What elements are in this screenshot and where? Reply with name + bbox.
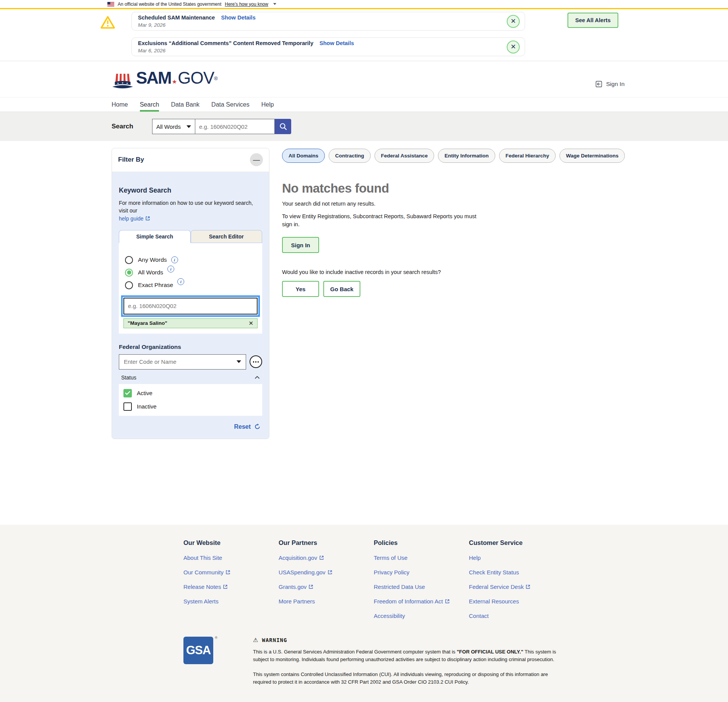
footer-link-accessibility[interactable]: Accessibility [374,613,469,619]
brand-sam: SAM [136,70,171,86]
domain-tab-contracting[interactable]: Contracting [329,149,371,163]
alert-title: Scheduled SAM Maintenance [138,15,215,21]
footer-link-our-community[interactable]: Our Community [183,569,279,576]
alert-show-details-link[interactable]: Show Details [221,15,255,21]
checkbox-inactive[interactable] [123,402,132,411]
footer-column-our-website: Our Website About This Site Our Communit… [183,539,279,619]
see-all-alerts-button[interactable]: See All Alerts [567,13,618,28]
reset-filters-button[interactable]: Reset [119,423,262,430]
domain-tab-wage-determinations[interactable]: Wage Determinations [559,149,625,163]
sign-in-link[interactable]: Sign In [595,80,624,88]
footer-link-contact[interactable]: Contact [469,613,564,619]
footer-link-system-alerts[interactable]: System Alerts [183,598,279,605]
tab-simple-search[interactable]: Simple Search [119,230,191,243]
filter-by-title: Filter By [118,156,144,164]
footer-link-more-partners[interactable]: More Partners [279,598,374,605]
main-content: Filter By — Keyword Search For more info… [0,141,728,525]
footer-column-customer-service: Customer Service Help Check Entity Statu… [469,539,564,619]
domain-tab-entity-information[interactable]: Entity Information [438,149,495,163]
footer-link-external-resources[interactable]: External Resources [469,598,564,605]
footer-link-release-notes[interactable]: Release Notes [183,584,279,590]
footer-link-help[interactable]: Help [469,554,564,561]
gov-banner: An official website of the United States… [0,0,728,9]
reset-label: Reset [234,423,251,430]
tab-search-editor[interactable]: Search Editor [191,230,263,243]
footer-link-usaspending-gov[interactable]: USASpending.gov [279,569,374,576]
footer-column-heading: Our Partners [279,539,374,546]
warning-title: WARNING [262,637,287,643]
footer-link-about-this-site[interactable]: About This Site [183,554,279,561]
search-button[interactable] [275,119,291,134]
yes-button[interactable]: Yes [282,281,319,297]
checkmark-icon [125,391,130,395]
keyword-info-text: For more information on how to use our k… [119,200,253,214]
domain-tabs: All Domains Contracting Federal Assistan… [282,149,534,163]
brand-star-icon: ★ [172,73,177,90]
radio-all-words-label: All Words [138,269,163,276]
chip-remove-icon[interactable]: ✕ [248,320,253,327]
domain-tab-federal-assistance[interactable]: Federal Assistance [375,149,435,163]
chevron-up-icon[interactable] [255,376,260,379]
sam-gov-logo[interactable]: ★★★ SAM★GOV® [112,70,218,90]
warning-triangle-icon [100,15,115,30]
collapse-filters-button[interactable]: — [250,153,263,166]
login-icon [595,80,603,88]
checkbox-active-label: Active [137,390,152,396]
federal-org-select[interactable]: Enter Code or Name [119,354,246,370]
brand-gov: GOV [178,70,214,86]
footer-link-check-entity-status[interactable]: Check Entity Status [469,569,564,576]
footer-link-federal-service-desk[interactable]: Federal Service Desk [469,584,564,590]
info-icon[interactable]: i [171,256,178,263]
sign-in-button[interactable]: Sign In [282,237,319,253]
filter-panel: Filter By — Keyword Search For more info… [112,148,269,439]
status-options: Active Inactive [119,384,262,416]
footer-link-acquisition-gov[interactable]: Acquisition.gov [279,554,374,561]
gsa-registered-mark: ® [215,636,217,640]
nav-item-search[interactable]: Search [140,97,159,112]
search-mode-select[interactable]: All Words [152,119,195,134]
nav-item-data-services[interactable]: Data Services [211,97,250,112]
warning-paragraph-2: This system contains Controlled Unclassi… [253,671,559,686]
alert-show-details-link[interactable]: Show Details [319,40,354,46]
go-back-button[interactable]: Go Back [323,281,360,297]
alert-item: Exclusions “Additional Comments” Content… [131,37,525,56]
alerts-section: Scheduled SAM Maintenance Show Details M… [0,9,728,61]
external-link-icon [319,555,324,560]
help-guide-link[interactable]: help guide [119,216,150,222]
sign-in-required-message: To view Entity Registrations, Subcontrac… [282,212,477,229]
domain-tab-federal-hierarchy[interactable]: Federal Hierarchy [499,149,556,163]
domain-tab-all-domains[interactable]: All Domains [282,149,325,163]
footer-link-terms-of-use[interactable]: Terms of Use [374,554,469,561]
radio-exact-phrase[interactable] [125,281,133,289]
footer-link-grants-gov[interactable]: Grants.gov [279,584,374,590]
nav-item-data-bank[interactable]: Data Bank [171,97,199,112]
radio-any-words[interactable] [125,256,133,264]
federal-organizations-heading: Federal Organizations [119,344,262,350]
search-input[interactable] [195,119,275,134]
info-icon[interactable]: i [167,266,174,272]
radio-all-words[interactable] [125,269,133,277]
close-icon[interactable]: ✕ [507,41,520,54]
svg-text:★: ★ [122,81,123,84]
info-icon[interactable]: i [177,278,184,285]
search-icon [279,122,287,131]
site-header: ★★★ SAM★GOV® Sign In [0,61,728,97]
footer-link-privacy-policy[interactable]: Privacy Policy [374,569,469,576]
svg-text:★: ★ [126,82,128,84]
svg-text:★: ★ [117,82,119,84]
checkbox-active[interactable] [123,389,132,397]
uncle-sam-hat-icon: ★★★ [112,73,134,90]
footer-link-foia[interactable]: Freedom of Information Act [374,598,469,605]
keyword-input[interactable] [123,298,258,315]
nav-item-home[interactable]: Home [112,97,128,112]
search-mode-value: All Words [156,123,181,130]
checkbox-inactive-label: Inactive [137,403,157,410]
alert-date: Mar 6, 2026 [138,47,502,54]
footer-link-restricted-data-use[interactable]: Restricted Data Use [374,584,469,590]
close-icon[interactable]: ✕ [507,15,520,28]
no-matches-heading: No matches found [282,181,534,196]
org-more-options-button[interactable] [250,355,262,368]
nav-item-help[interactable]: Help [261,97,274,112]
external-link-icon [145,216,150,221]
banner-how-link[interactable]: Here's how you know [225,2,268,7]
